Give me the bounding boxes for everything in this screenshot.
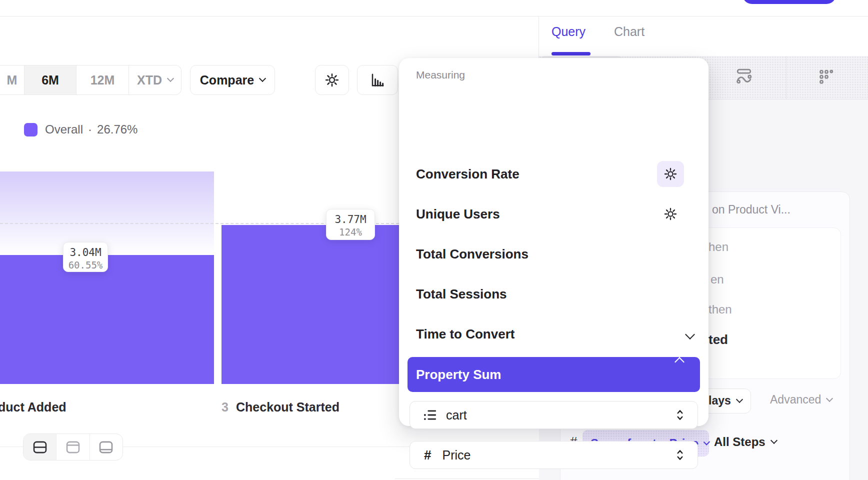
menu-item-label: Property Sum (416, 367, 502, 382)
active-tab-underline (552, 52, 590, 56)
sort-toggle-icon (676, 408, 684, 422)
footer-bottom-icon (99, 441, 113, 454)
tooltip-product-added: 3.04M 60.55% (63, 242, 108, 272)
chevron-up-icon (674, 357, 684, 367)
measuring-popover: Measuring Conversion Rate Unique Users T… (399, 58, 708, 426)
chart-type-button[interactable] (357, 65, 398, 95)
table-top-border (395, 478, 540, 479)
menu-item-label: Total Conversions (416, 246, 528, 262)
compare-label: Compare (200, 73, 254, 88)
step-row-fragment-event: ted (708, 332, 728, 348)
chart-settings-button[interactable] (315, 65, 349, 95)
step-row-fragment: then (708, 302, 732, 316)
tooltip-value: 3.04M (64, 246, 108, 258)
step-row-fragment: en (710, 272, 724, 286)
primary-action-button[interactable] (742, 0, 836, 4)
tab-chart[interactable]: Chart (614, 24, 644, 39)
dots-triangle-icon (818, 69, 835, 84)
time-range-12m[interactable]: 12M (76, 66, 129, 94)
menu-item-total-sessions[interactable]: Total Sessions (416, 284, 507, 304)
step-label-checkout-started: Checkout Started (236, 400, 340, 414)
bar-chart-icon (370, 72, 386, 88)
sort-toggle-icon (676, 448, 684, 462)
chevron-down-icon (736, 396, 743, 402)
time-range-xtd[interactable]: XTD (129, 66, 181, 94)
advanced-button[interactable]: Advanced (770, 393, 832, 406)
tooltip-value: 3.77M (326, 214, 374, 226)
menu-item-label: Total Sessions (416, 286, 507, 302)
property-event-value: cart (446, 408, 467, 422)
legend-series-label: Overall (45, 122, 83, 136)
steps-view-button[interactable] (818, 69, 835, 84)
menu-item-property-sum-selected[interactable]: Property Sum (408, 357, 700, 392)
step-label-product-added: duct Added (0, 400, 66, 414)
unique-users-settings-button[interactable] (657, 201, 684, 227)
popover-title: Measuring (416, 69, 465, 81)
layout-toggle-group (23, 434, 123, 460)
menu-item-unique-users[interactable]: Unique Users (416, 204, 500, 224)
legend: Overall · 26.76% (24, 122, 138, 136)
flow-sankey-icon (735, 68, 753, 84)
conversion-window-label: lays (708, 394, 731, 408)
header-top-icon (66, 441, 80, 454)
property-event-select[interactable]: cart (410, 401, 698, 429)
legend-separator: · (88, 122, 92, 136)
layout-toggle-bottom[interactable] (90, 434, 122, 460)
chevron-down-icon (167, 75, 174, 82)
legend-overall-rate: 26.76% (97, 122, 138, 136)
gear-icon (324, 72, 340, 88)
conversion-rate-settings-button[interactable] (657, 161, 684, 187)
menu-item-label: Conversion Rate (416, 166, 520, 182)
menu-item-time-to-convert[interactable]: Time to Convert (416, 324, 514, 344)
time-range-12m-label: 12M (90, 73, 115, 88)
layout-toggle-top[interactable] (56, 434, 89, 460)
query-card-title: on Product Vi... (712, 203, 790, 216)
list-property-icon (423, 408, 437, 422)
chevron-down-icon (826, 394, 833, 402)
gear-icon (664, 207, 678, 221)
chevron-down-icon (685, 330, 695, 340)
gear-icon (664, 167, 678, 181)
legend-swatch (24, 123, 38, 136)
chevron-down-icon (259, 75, 266, 82)
flow-view-button[interactable] (735, 68, 753, 84)
split-rows-icon (33, 441, 47, 454)
chevron-down-icon (770, 437, 778, 444)
menu-item-conversion-rate[interactable]: Conversion Rate (416, 164, 520, 184)
all-steps-dropdown[interactable]: All Steps (714, 435, 776, 449)
step-number-checkout: 3 (222, 400, 228, 414)
property-field-value: Price (442, 448, 470, 462)
top-divider (0, 16, 868, 16)
compare-button[interactable]: Compare (190, 65, 275, 95)
time-range-6m[interactable]: 6M (24, 66, 76, 94)
number-property-icon: # (424, 448, 431, 463)
tooltip-checkout-started: 3.77M 124% (326, 209, 375, 240)
menu-item-label: Time to Convert (416, 326, 514, 342)
menu-item-total-conversions[interactable]: Total Conversions (416, 244, 528, 264)
band-divider (786, 56, 786, 99)
property-field-select[interactable]: # Price (410, 441, 698, 469)
time-range-xtd-label: XTD (137, 73, 162, 88)
funnel-bar-1-gradient (0, 172, 214, 255)
tooltip-percent: 124% (326, 226, 374, 238)
step-row-fragment: hen (708, 240, 728, 254)
all-steps-label: All Steps (714, 435, 766, 449)
time-range-group: M 6M 12M XTD (0, 65, 182, 95)
advanced-label: Advanced (770, 393, 821, 406)
tab-query[interactable]: Query (552, 24, 586, 39)
layout-toggle-split[interactable] (24, 434, 56, 460)
time-range-3m[interactable]: M (0, 66, 24, 94)
funnel-bar-checkout-started[interactable] (222, 225, 399, 384)
funnel-bar-product-added[interactable] (0, 255, 214, 384)
menu-item-label: Unique Users (416, 206, 500, 222)
time-range-6m-label: 6M (42, 73, 59, 88)
tooltip-percent: 60.55% (64, 260, 108, 270)
app-screen: M 6M 12M XTD Compare Overall · 26.76 (0, 0, 868, 480)
time-range-3m-label: M (7, 73, 18, 88)
